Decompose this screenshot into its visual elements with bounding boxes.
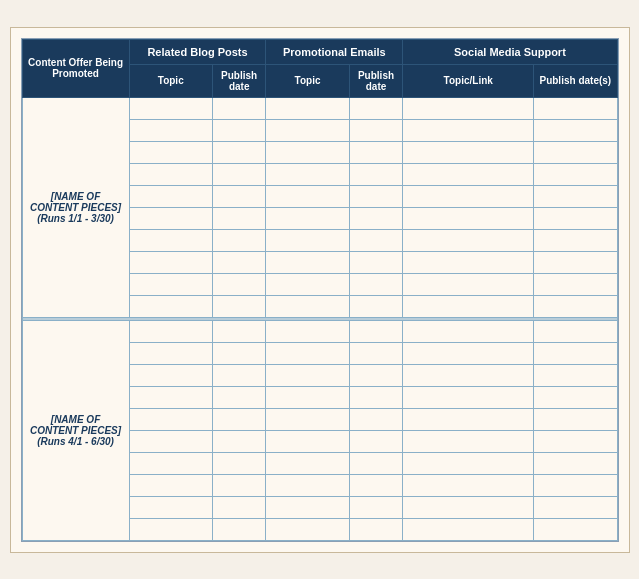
data-cell[interactable] <box>266 163 349 185</box>
data-cell[interactable] <box>534 97 617 119</box>
data-cell[interactable] <box>403 185 534 207</box>
data-cell[interactable] <box>266 229 349 251</box>
data-cell[interactable] <box>403 430 534 452</box>
data-cell[interactable] <box>534 408 617 430</box>
data-cell[interactable] <box>212 364 266 386</box>
data-cell[interactable] <box>534 185 617 207</box>
data-cell[interactable] <box>266 273 349 295</box>
data-cell[interactable] <box>129 207 212 229</box>
data-cell[interactable] <box>403 386 534 408</box>
data-cell[interactable] <box>403 518 534 540</box>
data-cell[interactable] <box>266 141 349 163</box>
data-cell[interactable] <box>534 251 617 273</box>
data-cell[interactable] <box>534 430 617 452</box>
data-cell[interactable] <box>534 386 617 408</box>
data-cell[interactable] <box>534 452 617 474</box>
data-cell[interactable] <box>403 97 534 119</box>
data-cell[interactable] <box>349 97 403 119</box>
data-cell[interactable] <box>212 251 266 273</box>
data-cell[interactable] <box>266 320 349 342</box>
data-cell[interactable] <box>349 408 403 430</box>
data-cell[interactable] <box>403 251 534 273</box>
data-cell[interactable] <box>534 518 617 540</box>
data-cell[interactable] <box>266 185 349 207</box>
data-cell[interactable] <box>212 342 266 364</box>
data-cell[interactable] <box>266 295 349 317</box>
data-cell[interactable] <box>129 119 212 141</box>
data-cell[interactable] <box>212 163 266 185</box>
data-cell[interactable] <box>403 474 534 496</box>
data-cell[interactable] <box>129 295 212 317</box>
data-cell[interactable] <box>212 229 266 251</box>
data-cell[interactable] <box>129 430 212 452</box>
data-cell[interactable] <box>349 518 403 540</box>
data-cell[interactable] <box>349 207 403 229</box>
data-cell[interactable] <box>266 430 349 452</box>
data-cell[interactable] <box>266 119 349 141</box>
data-cell[interactable] <box>212 408 266 430</box>
data-cell[interactable] <box>129 320 212 342</box>
data-cell[interactable] <box>266 518 349 540</box>
data-cell[interactable] <box>534 364 617 386</box>
data-cell[interactable] <box>403 295 534 317</box>
data-cell[interactable] <box>349 163 403 185</box>
data-cell[interactable] <box>534 119 617 141</box>
data-cell[interactable] <box>534 163 617 185</box>
data-cell[interactable] <box>403 342 534 364</box>
data-cell[interactable] <box>129 229 212 251</box>
data-cell[interactable] <box>129 273 212 295</box>
data-cell[interactable] <box>212 320 266 342</box>
data-cell[interactable] <box>349 295 403 317</box>
data-cell[interactable] <box>403 273 534 295</box>
data-cell[interactable] <box>349 474 403 496</box>
data-cell[interactable] <box>129 342 212 364</box>
data-cell[interactable] <box>129 474 212 496</box>
data-cell[interactable] <box>266 97 349 119</box>
data-cell[interactable] <box>266 452 349 474</box>
data-cell[interactable] <box>534 141 617 163</box>
data-cell[interactable] <box>266 386 349 408</box>
data-cell[interactable] <box>212 185 266 207</box>
data-cell[interactable] <box>212 452 266 474</box>
data-cell[interactable] <box>212 207 266 229</box>
data-cell[interactable] <box>212 386 266 408</box>
data-cell[interactable] <box>349 185 403 207</box>
data-cell[interactable] <box>403 496 534 518</box>
data-cell[interactable] <box>349 342 403 364</box>
data-cell[interactable] <box>349 229 403 251</box>
data-cell[interactable] <box>266 496 349 518</box>
data-cell[interactable] <box>349 251 403 273</box>
data-cell[interactable] <box>534 342 617 364</box>
data-cell[interactable] <box>129 251 212 273</box>
data-cell[interactable] <box>212 430 266 452</box>
data-cell[interactable] <box>266 364 349 386</box>
data-cell[interactable] <box>129 141 212 163</box>
data-cell[interactable] <box>212 295 266 317</box>
data-cell[interactable] <box>403 364 534 386</box>
data-cell[interactable] <box>534 496 617 518</box>
data-cell[interactable] <box>129 364 212 386</box>
data-cell[interactable] <box>349 141 403 163</box>
data-cell[interactable] <box>403 163 534 185</box>
data-cell[interactable] <box>349 119 403 141</box>
data-cell[interactable] <box>403 408 534 430</box>
data-cell[interactable] <box>266 251 349 273</box>
data-cell[interactable] <box>403 229 534 251</box>
data-cell[interactable] <box>212 518 266 540</box>
data-cell[interactable] <box>534 273 617 295</box>
data-cell[interactable] <box>349 386 403 408</box>
data-cell[interactable] <box>534 295 617 317</box>
data-cell[interactable] <box>266 408 349 430</box>
data-cell[interactable] <box>129 386 212 408</box>
data-cell[interactable] <box>129 185 212 207</box>
data-cell[interactable] <box>349 430 403 452</box>
data-cell[interactable] <box>349 496 403 518</box>
data-cell[interactable] <box>349 364 403 386</box>
data-cell[interactable] <box>349 273 403 295</box>
data-cell[interactable] <box>129 408 212 430</box>
data-cell[interactable] <box>212 119 266 141</box>
data-cell[interactable] <box>349 320 403 342</box>
data-cell[interactable] <box>266 342 349 364</box>
data-cell[interactable] <box>349 452 403 474</box>
data-cell[interactable] <box>212 141 266 163</box>
